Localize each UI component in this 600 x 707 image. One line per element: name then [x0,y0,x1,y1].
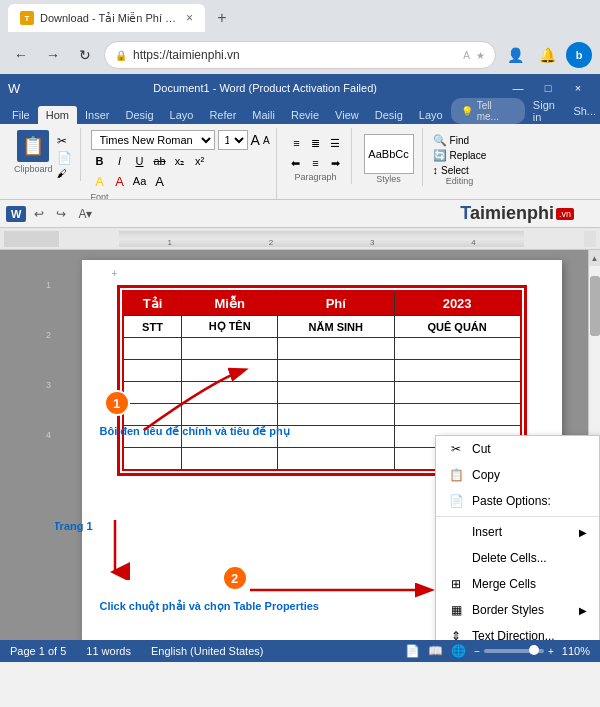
ctx-border-label: Border Styles [472,603,544,617]
find-btn[interactable]: 🔍 Find [433,134,487,147]
table-row [123,338,521,360]
styles-preview: AaBbCc [364,134,414,174]
italic-btn[interactable]: I [111,152,129,170]
subheader-cell-3: NĂM SINH [277,316,394,338]
ctx-border-styles[interactable]: ▦ Border Styles ▶ [436,597,599,623]
align-right-btn[interactable]: ➡ [327,154,345,172]
tab-view[interactable]: View [327,106,367,124]
view-mode-read[interactable]: 📖 [428,644,443,658]
view-mode-print[interactable]: 📄 [405,644,420,658]
logo-t: T [460,203,470,223]
zoom-out-btn[interactable]: − [474,646,480,657]
quick-access-toolbar: W ↩ ↪ A▾ Taimienphi .vn [0,200,600,228]
bullets-btn[interactable]: ≡ [288,134,306,152]
undo-btn[interactable]: ↩ [30,205,48,223]
select-btn[interactable]: ↕ Select [433,164,487,176]
ctx-text-dir-label: Text Direction... [472,629,555,640]
aa-btn[interactable]: Aa [131,172,149,190]
tab-design[interactable]: Desig [117,106,161,124]
underline-btn[interactable]: U [131,152,149,170]
font-size-select[interactable]: 12 [218,130,248,150]
align-center-btn[interactable]: ≡ [307,154,325,172]
font-name-select[interactable]: Times New Roman [91,130,215,150]
tab-review[interactable]: Revie [283,106,327,124]
tab-close-btn[interactable]: × [186,11,193,25]
tab-mailings[interactable]: Maili [244,106,283,124]
trang-label: Trang 1 [55,520,93,532]
tab-references[interactable]: Refer [201,106,244,124]
word-icon: W [6,206,26,222]
superscript-btn[interactable]: x² [191,152,209,170]
replace-btn[interactable]: 🔄 Replace [433,149,487,162]
down-arrow [100,520,130,584]
zoom-slider[interactable] [484,649,544,653]
copy-btn[interactable]: 📄 [57,151,72,165]
tab-home[interactable]: Hom [38,106,77,124]
back-button[interactable]: ← [8,42,34,68]
ctx-merge-cells[interactable]: ⊞ Merge Cells [436,571,599,597]
cut-btn[interactable]: ✂ [57,134,72,148]
zoom-in-btn[interactable]: + [548,646,554,657]
zoom-thumb [529,645,539,655]
zoom-control[interactable]: − + 110% [474,645,590,657]
forward-button[interactable]: → [40,42,66,68]
browser-tab[interactable]: T Download - Tải Miễn Phí VN - P... × [8,4,205,32]
notification-icon[interactable]: 🔔 [534,42,560,68]
new-tab-button[interactable]: + [211,7,233,29]
format-painter-btn[interactable]: 🖌 [57,168,72,179]
tab-file[interactable]: File [4,106,38,124]
tab-layout[interactable]: Layo [162,106,202,124]
insert-icon [448,524,464,540]
tab-layout2[interactable]: Layo [411,106,451,124]
ctx-cut[interactable]: ✂ Cut [436,436,599,462]
copy-icon: 📋 [448,467,464,483]
text-highlight-btn[interactable]: A [91,172,109,190]
styles-group: AaBbCc Styles [356,128,423,186]
browser-chrome: T Download - Tải Miễn Phí VN - P... × + [0,0,600,36]
user-icon[interactable]: 👤 [502,42,528,68]
font-menu-btn[interactable]: A▾ [78,207,92,221]
paragraph-label: Paragraph [295,172,337,182]
decrease-font-btn[interactable]: A [263,135,270,146]
ctx-delete-label: Delete Cells... [472,551,547,565]
ctx-delete-cells[interactable]: Delete Cells... [436,545,599,571]
clear-format-btn[interactable]: A [151,172,169,190]
word-close-btn[interactable]: × [564,78,592,98]
refresh-button[interactable]: ↻ [72,42,98,68]
redo-btn[interactable]: ↪ [52,205,70,223]
bing-icon[interactable]: b [566,42,592,68]
header-cell-2: Miễn [182,291,277,316]
multilevel-btn[interactable]: ☰ [326,134,344,152]
word-minimize-btn[interactable]: — [504,78,532,98]
tab-insert[interactable]: Inser [77,106,117,124]
view-mode-web[interactable]: 🌐 [451,644,466,658]
font-color-btn[interactable]: A [111,172,129,190]
sign-in-link[interactable]: Sign in [533,99,566,123]
delete-cells-icon [448,550,464,566]
scroll-thumb[interactable] [590,276,600,336]
tab-design2[interactable]: Desig [367,106,411,124]
strikethrough-btn[interactable]: ab [151,152,169,170]
bold-btn[interactable]: B [91,152,109,170]
word-maximize-btn[interactable]: □ [534,78,562,98]
paste-button[interactable]: 📋 [17,130,49,162]
ctx-insert[interactable]: Insert ▶ [436,519,599,545]
numbering-btn[interactable]: ≣ [307,134,325,152]
language: English (United States) [151,645,264,657]
annotation-arrow-2 [250,570,450,614]
tell-me-box[interactable]: 💡 Tell me... [451,98,525,124]
header-cell-3: Phí [277,291,394,316]
ctx-text-direction[interactable]: ⇕ Text Direction... [436,623,599,640]
ruler-marks: 1234 [119,231,524,247]
ctx-copy[interactable]: 📋 Copy [436,462,599,488]
align-left-btn[interactable]: ⬅ [287,154,305,172]
ctx-paste-options[interactable]: 📄 Paste Options: [436,488,599,514]
paste-icon: 📋 [17,130,49,162]
text-dir-icon: ⇕ [448,628,464,640]
subscript-btn[interactable]: x₂ [171,152,189,170]
increase-font-btn[interactable]: A [251,132,260,148]
address-box[interactable]: 🔒 https://taimienphi.vn A ★ [104,41,496,69]
share-btn[interactable]: Sh... [573,105,596,117]
scroll-up-btn[interactable]: ▲ [589,250,600,266]
table-subheader-row: STT HỌ TÊN NĂM SINH QUÊ QUÁN [123,316,521,338]
